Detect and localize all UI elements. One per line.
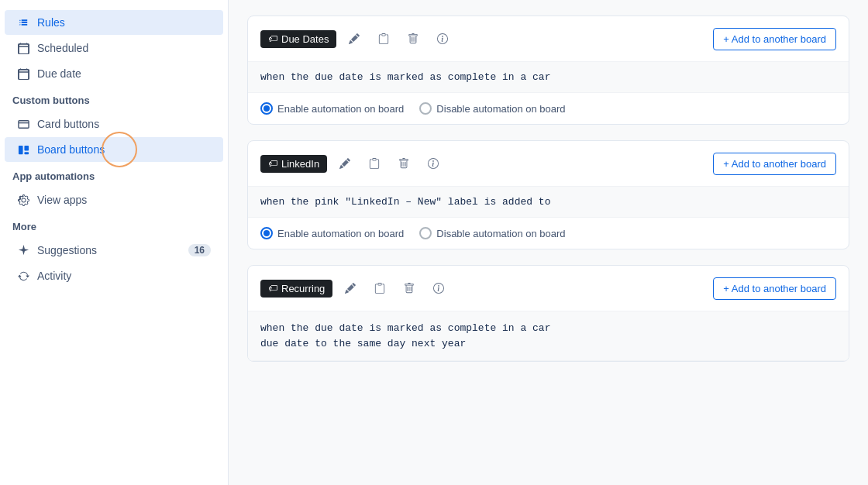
sidebar-item-card-buttons-label: Card buttons	[37, 118, 99, 130]
edit-button-linkedin[interactable]	[333, 152, 356, 175]
custom-buttons-section-label: Custom buttons	[0, 87, 228, 111]
copy-button-due-dates[interactable]	[372, 27, 395, 50]
sidebar: Rules Scheduled Due date Custom buttons …	[0, 0, 229, 485]
disable-radio-due-dates[interactable]: Disable automation on board	[419, 102, 565, 115]
sidebar-item-activity[interactable]: Activity	[5, 263, 223, 288]
edit-button-recurring[interactable]	[339, 277, 362, 300]
sidebar-item-view-apps[interactable]: View apps	[5, 187, 223, 212]
tag-badge-due-dates: 🏷 Due Dates	[260, 30, 336, 48]
sidebar-item-rules-label: Rules	[37, 16, 65, 29]
svg-rect-2	[18, 145, 22, 153]
suggestions-badge: 16	[188, 244, 211, 256]
board-icon	[17, 143, 29, 156]
sidebar-item-suggestions[interactable]: Suggestions 16	[5, 238, 223, 263]
sidebar-item-scheduled[interactable]: Scheduled	[5, 36, 223, 60]
tag-label-due-dates: Due Dates	[281, 33, 329, 45]
edit-button-due-dates[interactable]	[343, 27, 366, 50]
automation-card-due-dates: 🏷 Due Dates	[247, 15, 849, 125]
add-to-board-button-recurring[interactable]: + Add to another board	[713, 277, 836, 300]
enable-label-linkedin: Enable automation on board	[277, 228, 404, 239]
tag-icon-due-dates: 🏷	[268, 33, 277, 44]
due-date-icon	[17, 67, 29, 80]
refresh-icon	[17, 270, 29, 282]
disable-label-linkedin: Disable automation on board	[436, 228, 565, 239]
automation-footer-linkedin: Enable automation on board Disable autom…	[248, 218, 849, 249]
tag-icon-linkedin: 🏷	[268, 158, 277, 169]
tag-label-recurring: Recurring	[281, 283, 325, 294]
automation-header-due-dates: 🏷 Due Dates	[248, 16, 849, 62]
enable-label-due-dates: Enable automation on board	[277, 103, 404, 115]
delete-button-recurring[interactable]	[398, 277, 421, 300]
app-automations-section-label: App automations	[0, 163, 228, 187]
enable-radio-dot-due-dates	[260, 102, 273, 115]
automation-header-linkedin: 🏷 LinkedIn	[248, 141, 849, 187]
sidebar-item-due-date-label: Due date	[37, 67, 81, 80]
add-to-board-button-due-dates[interactable]: + Add to another board	[713, 28, 836, 50]
sidebar-item-view-apps-label: View apps	[37, 194, 87, 206]
sidebar-item-suggestions-label: Suggestions	[37, 244, 97, 256]
sidebar-item-board-buttons[interactable]: Board buttons	[5, 137, 223, 162]
disable-radio-linkedin[interactable]: Disable automation on board	[419, 227, 565, 239]
info-button-linkedin[interactable]	[422, 152, 445, 175]
sidebar-item-activity-label: Activity	[37, 270, 71, 282]
add-to-board-button-linkedin[interactable]: + Add to another board	[713, 153, 836, 175]
automation-description-due-dates: when the due date is marked as complete …	[248, 62, 849, 93]
sparkle-icon	[17, 244, 29, 256]
tag-icon-recurring: 🏷	[268, 283, 277, 294]
disable-radio-dot-linkedin	[419, 227, 432, 239]
info-button-recurring[interactable]	[427, 277, 450, 300]
disable-label-due-dates: Disable automation on board	[436, 103, 565, 115]
tag-badge-linkedin: 🏷 LinkedIn	[260, 155, 327, 173]
gear-icon	[17, 194, 29, 206]
main-content: 🏷 Due Dates	[229, 0, 868, 485]
copy-button-linkedin[interactable]	[363, 152, 386, 175]
svg-rect-4	[24, 152, 29, 154]
svg-rect-3	[24, 145, 29, 150]
sidebar-item-card-buttons[interactable]: Card buttons	[5, 112, 223, 136]
tag-label-linkedin: LinkedIn	[281, 158, 319, 170]
sidebar-item-due-date[interactable]: Due date	[5, 61, 223, 86]
svg-rect-0	[18, 120, 28, 127]
calendar-icon	[17, 42, 29, 54]
enable-radio-linkedin[interactable]: Enable automation on board	[260, 227, 404, 239]
card-icon	[17, 118, 29, 130]
automation-description-linkedin: when the pink "LinkedIn – New" label is …	[248, 187, 849, 218]
sidebar-item-board-buttons-label: Board buttons	[37, 143, 105, 156]
tag-badge-recurring: 🏷 Recurring	[260, 280, 332, 298]
delete-button-linkedin[interactable]	[392, 152, 415, 175]
more-section-label: More	[0, 213, 228, 237]
automation-description-recurring: when the due date is marked as complete …	[248, 311, 849, 361]
automation-card-recurring: 🏷 Recurring	[247, 265, 849, 362]
enable-radio-dot-linkedin	[260, 227, 273, 239]
sliders-icon	[17, 16, 29, 29]
enable-radio-due-dates[interactable]: Enable automation on board	[260, 102, 404, 115]
info-button-due-dates[interactable]	[431, 27, 454, 50]
delete-button-due-dates[interactable]	[401, 27, 425, 50]
sidebar-item-scheduled-label: Scheduled	[37, 42, 88, 54]
automation-card-linkedin: 🏷 LinkedIn	[247, 140, 849, 249]
disable-radio-dot-due-dates	[419, 102, 432, 115]
sidebar-item-rules[interactable]: Rules	[5, 10, 223, 35]
copy-button-recurring[interactable]	[368, 277, 391, 300]
automation-footer-due-dates: Enable automation on board Disable autom…	[248, 93, 849, 124]
automation-header-recurring: 🏷 Recurring	[248, 266, 849, 311]
